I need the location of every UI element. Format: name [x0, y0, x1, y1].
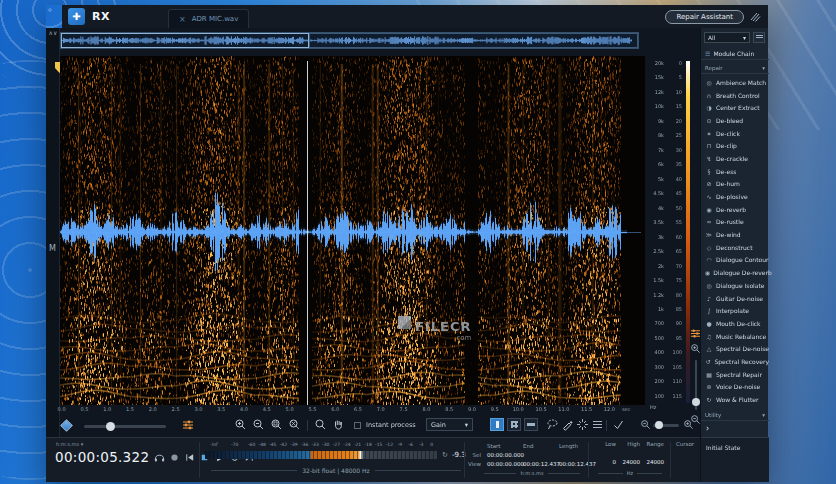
rx-logo-icon: ✚: [68, 8, 85, 25]
panel-menu-button[interactable]: [753, 32, 765, 43]
meter-reset-icon[interactable]: ↻: [442, 451, 448, 459]
module-item[interactable]: ∿ De-plosive: [701, 190, 769, 203]
frequency-tick: 15k: [642, 75, 664, 80]
hand-tool-icon[interactable]: [332, 418, 345, 431]
frequency-tick: 6k: [642, 162, 664, 167]
harmonics-tool-icon[interactable]: [591, 418, 604, 431]
module-item[interactable]: ◑ Center Extract: [701, 101, 769, 114]
zoom-selection-icon[interactable]: [270, 418, 283, 431]
module-item[interactable]: ↯ De-crackle: [701, 152, 769, 165]
level-meter-bar[interactable]: [205, 451, 437, 459]
spectrogram-canvas[interactable]: [60, 56, 645, 405]
history-entry[interactable]: Initial State: [701, 438, 769, 451]
lasso-tool-icon[interactable]: [546, 418, 559, 431]
module-chain-item[interactable]: ☰ Module Chain: [701, 47, 769, 60]
zoom-in-horizontal-icon[interactable]: [683, 419, 694, 430]
module-item[interactable]: § De-ess: [701, 165, 769, 178]
freq-range-value[interactable]: 24000: [640, 459, 664, 468]
view-start-value[interactable]: 00:00:00.000: [484, 461, 520, 467]
repair-assistant-button[interactable]: Repair Assistant: [665, 10, 744, 24]
instant-process-checkbox[interactable]: [354, 422, 361, 429]
zoom-in-icon[interactable]: [234, 418, 247, 431]
module-item[interactable]: △ Spectral De-noise: [701, 342, 769, 355]
freq-high-value[interactable]: 24000: [616, 459, 640, 468]
view-length-value[interactable]: 00:00:12.437: [556, 461, 592, 467]
sel-start-value[interactable]: 00:00:00.000: [484, 452, 520, 458]
horizontal-zoom-handle[interactable]: [655, 421, 663, 429]
module-item[interactable]: ◉ Dialogue De-reverb: [701, 266, 769, 279]
magnify-tool-icon[interactable]: [314, 418, 327, 431]
monitor-headphones-icon[interactable]: [154, 452, 165, 463]
blend-slider-handle[interactable]: [106, 422, 115, 431]
module-item[interactable]: ↻ Wow & Flutter: [701, 393, 769, 406]
module-item[interactable]: ◎ Dialogue Isolate: [701, 279, 769, 292]
selection-info: Start End Length Sel 00:00:00.000 View 0…: [468, 441, 592, 468]
frequency-tick: 300: [642, 365, 664, 370]
spectrogram-settings-icon-2[interactable]: [182, 419, 194, 431]
module-item[interactable]: ≫ De-wind: [701, 228, 769, 241]
module-item[interactable]: ⊓ De-clip: [701, 139, 769, 152]
module-preset-select[interactable]: Gain ▾: [426, 418, 473, 431]
module-item[interactable]: ≈ De-rustle: [701, 216, 769, 229]
zoom-out-icon[interactable]: [252, 418, 265, 431]
module-icon: ◎: [705, 79, 713, 86]
module-item[interactable]: ◇ Deconstruct: [701, 241, 769, 254]
chevron-down-icon: ▾: [465, 421, 468, 429]
frequency-tick: 3.5k: [642, 220, 664, 225]
freq-low-value[interactable]: 0: [594, 459, 616, 468]
tab-close-icon[interactable]: ×: [179, 15, 186, 24]
module-item[interactable]: ● Mouth De-click: [701, 317, 769, 330]
assistant-settings-icon[interactable]: [749, 10, 761, 22]
module-icon: ∩: [705, 92, 713, 99]
module-icon: ⊚: [705, 383, 713, 390]
zoom-all-icon[interactable]: [288, 418, 301, 431]
frequency-tick: 5k: [642, 177, 664, 182]
frequency-tick: 12k: [642, 90, 664, 95]
module-item[interactable]: ◠ Dialogue Contour: [701, 254, 769, 267]
time-tick: 8.0: [422, 406, 430, 412]
skip-to-start-button[interactable]: [184, 452, 195, 463]
module-filter-select[interactable]: All ▾: [704, 32, 750, 43]
module-item[interactable]: ⊙ De-bleed: [701, 114, 769, 127]
blend-slider[interactable]: [84, 425, 166, 428]
module-item[interactable]: ↺ Spectral Recovery: [701, 355, 769, 368]
overview-minimap[interactable]: [60, 32, 639, 49]
magic-wand-tool-icon[interactable]: [576, 418, 589, 431]
module-item[interactable]: ▦ Spectral Repair: [701, 368, 769, 381]
module-item[interactable]: ✶ De-click: [701, 127, 769, 140]
module-item[interactable]: ◉ De-reverb: [701, 203, 769, 216]
frequency-ruler[interactable]: 20k15k12k10k9k8k7k6k5k4.5k4k3.5k3k2.5k2k…: [642, 61, 664, 399]
meter-scale-tick: -Inf: [205, 442, 223, 447]
vertical-zoom-handle[interactable]: [692, 398, 700, 406]
minimap-canvas[interactable]: [61, 33, 638, 48]
module-item[interactable]: ♫ Music Rebalance: [701, 330, 769, 343]
sel-length-header: Length: [556, 443, 592, 449]
view-spectrogram-button[interactable]: [490, 418, 504, 431]
section-header-utility[interactable]: Utility ▾: [701, 410, 769, 421]
file-tab[interactable]: × ADR MIC.wav: [168, 9, 249, 28]
view-waveform-button[interactable]: [524, 418, 538, 431]
record-button[interactable]: [169, 452, 180, 463]
module-item[interactable]: ⊘ De-hum: [701, 178, 769, 191]
view-end-value[interactable]: 00:00:12.437: [520, 461, 556, 467]
module-item[interactable]: ⊚ Voice De-noise: [701, 381, 769, 394]
utility-expand-arrow[interactable]: ›: [706, 424, 709, 433]
module-item[interactable]: ♪ Guitar De-noise: [701, 292, 769, 305]
module-item[interactable]: ◎ Ambience Match: [701, 76, 769, 89]
module-item[interactable]: ∩ Breath Control: [701, 89, 769, 102]
amplitude-legend-labels: 0510152025303540455055606570758085909510…: [666, 61, 682, 399]
view-blend-button[interactable]: [507, 418, 521, 431]
section-header-repair[interactable]: Repair ▾: [701, 63, 769, 74]
file-format-info: 32-bit float | 48000 Hz: [211, 467, 461, 474]
blend-diamond-icon[interactable]: [60, 419, 73, 432]
time-tick: 4.5: [263, 406, 271, 412]
brush-tool-icon[interactable]: [561, 418, 574, 431]
time-ruler[interactable]: sec 0.00.51.01.52.02.53.03.54.04.55.05.5…: [60, 406, 642, 416]
zoom-out-horizontal-icon[interactable]: [640, 419, 651, 430]
time-format-label[interactable]: h:m:s.ms ▾: [56, 441, 83, 447]
collapse-icon[interactable]: ∧∨: [48, 30, 58, 35]
module-item[interactable]: ∫ Interpolate: [701, 304, 769, 317]
freehand-tool-icon[interactable]: [612, 418, 625, 431]
meter-scale-tick: -6: [405, 442, 416, 447]
playhead-time-display[interactable]: 00:00:05.322: [55, 449, 149, 465]
